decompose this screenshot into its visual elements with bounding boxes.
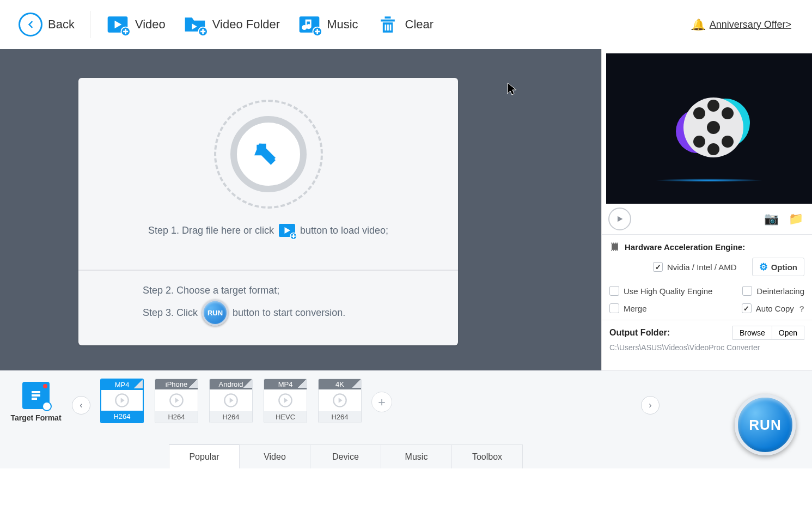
drop-ring-inner bbox=[230, 116, 307, 192]
gear-icon: ⚙ bbox=[759, 261, 768, 273]
svg-rect-6 bbox=[387, 25, 389, 31]
step2: Step 2. Choose a target format; bbox=[143, 285, 279, 296]
add-video-button[interactable]: Video bbox=[97, 8, 174, 41]
play-button[interactable] bbox=[608, 208, 631, 230]
format-play-icon bbox=[169, 389, 184, 411]
run-button[interactable]: RUN bbox=[735, 394, 796, 455]
music-add-icon bbox=[297, 13, 321, 36]
svg-rect-8 bbox=[384, 16, 390, 19]
drop-ring-outer bbox=[214, 100, 323, 209]
target-format-button[interactable]: Target Format bbox=[0, 379, 72, 422]
deint-label: Deinterlacing bbox=[756, 287, 804, 296]
drop-zone[interactable]: Step 1. Drag file here or click button t… bbox=[78, 78, 458, 270]
snapshot-button[interactable]: 📷 bbox=[762, 210, 781, 228]
deinterlacing-checkbox[interactable] bbox=[742, 286, 752, 296]
top-toolbar: Back Video Video Folder Music Clear 🔔 An… bbox=[0, 0, 812, 49]
step3-text: Step 3. Click RUN button to start conver… bbox=[143, 300, 442, 326]
format-card-android-h264[interactable]: AndroidH264 bbox=[209, 379, 253, 423]
toolbar-separator bbox=[90, 11, 90, 38]
step1b: button to load video; bbox=[300, 225, 388, 236]
back-arrow-icon bbox=[19, 13, 42, 36]
format-bottom-label: H264 bbox=[319, 411, 361, 423]
add-format-button[interactable]: ＋ bbox=[371, 392, 392, 412]
video-label: Video bbox=[135, 17, 166, 32]
add-music-button[interactable]: Music bbox=[289, 8, 367, 41]
merge-checkbox[interactable] bbox=[609, 303, 619, 313]
mouse-cursor-icon bbox=[506, 82, 517, 99]
step3b: button to start conversion. bbox=[233, 307, 345, 319]
format-bottom-label: H264 bbox=[155, 411, 198, 423]
format-bottom-label: H264 bbox=[210, 411, 252, 423]
format-card-mp4-hevc[interactable]: MP4HEVC bbox=[264, 379, 307, 423]
folder-video-icon bbox=[183, 13, 207, 36]
app-logo-icon bbox=[674, 93, 744, 164]
option-button[interactable]: ⚙Option bbox=[752, 258, 804, 276]
format-scroll-right[interactable]: › bbox=[641, 396, 660, 415]
music-label: Music bbox=[327, 17, 358, 32]
open-folder-button[interactable]: 📁 bbox=[786, 210, 805, 228]
add-video-folder-button[interactable]: Video Folder bbox=[174, 8, 289, 41]
format-scroll-left[interactable]: ‹ bbox=[72, 396, 90, 415]
right-sidebar: 📷 📁 Hardware Acceleration Engine: Nvidia… bbox=[601, 49, 812, 370]
inline-run-icon: RUN bbox=[202, 300, 228, 326]
bell-icon: 🔔 bbox=[692, 18, 705, 31]
inline-video-add-icon bbox=[277, 221, 297, 240]
hw-title: Hardware Acceleration Engine: bbox=[625, 242, 745, 252]
format-card-mp4-h264[interactable]: MP4H264 bbox=[100, 379, 144, 423]
clear-button[interactable]: Clear bbox=[367, 8, 443, 41]
autocopy-help-icon[interactable]: ? bbox=[799, 304, 804, 313]
format-play-icon bbox=[278, 389, 293, 411]
gpu-label: Nvidia / Intel / AMD bbox=[667, 263, 737, 272]
tab-device[interactable]: Device bbox=[310, 444, 381, 468]
target-format-icon bbox=[22, 382, 50, 409]
autocopy-label: Auto Copy bbox=[756, 304, 794, 313]
anniversary-offer-link[interactable]: 🔔 Anniversary Offer> bbox=[692, 18, 802, 31]
open-button[interactable]: Open bbox=[772, 326, 804, 340]
format-card-iphone-h264[interactable]: iPhoneH264 bbox=[155, 379, 198, 423]
back-button[interactable]: Back bbox=[10, 8, 83, 41]
offer-label: Anniversary Offer> bbox=[710, 19, 791, 31]
gpu-checkbox[interactable] bbox=[653, 262, 663, 272]
hw-accel-panel: Hardware Acceleration Engine: Nvidia / I… bbox=[602, 234, 812, 320]
format-bar: Target Format ‹ MP4H264iPhoneH264Android… bbox=[0, 370, 812, 468]
svg-rect-5 bbox=[384, 25, 386, 31]
upload-arrow-icon bbox=[254, 139, 283, 169]
step1a: Step 1. Drag file here or click bbox=[148, 225, 274, 236]
drop-zone-card: Step 1. Drag file here or click button t… bbox=[78, 78, 458, 345]
preview-controls: 📷 📁 bbox=[602, 204, 812, 234]
format-category-tabs: PopularVideoDeviceMusicToolbox bbox=[169, 444, 523, 468]
step3a: Step 3. Click bbox=[143, 307, 198, 319]
trash-icon bbox=[376, 13, 400, 36]
browse-button[interactable]: Browse bbox=[732, 326, 772, 340]
video-add-icon bbox=[106, 13, 130, 36]
autocopy-checkbox[interactable] bbox=[742, 303, 752, 313]
preview-glow bbox=[655, 179, 764, 182]
tab-video[interactable]: Video bbox=[240, 444, 310, 468]
tab-toolbox[interactable]: Toolbox bbox=[452, 444, 523, 468]
steps-panel: Step 2. Choose a target format; Step 3. … bbox=[78, 270, 458, 345]
output-folder-panel: Output Folder: Browse Open C:\Users\ASUS… bbox=[602, 320, 812, 354]
back-label: Back bbox=[48, 17, 75, 32]
format-card-4k-h264[interactable]: 4KH264 bbox=[318, 379, 362, 423]
tab-music[interactable]: Music bbox=[381, 444, 452, 468]
hq-label: Use High Quality Engine bbox=[624, 287, 712, 296]
format-list: MP4H264iPhoneH264AndroidH264MP4HEVC4KH26… bbox=[100, 379, 362, 423]
svg-rect-7 bbox=[389, 25, 391, 31]
output-label: Output Folder: bbox=[609, 328, 670, 338]
hw-header: Hardware Acceleration Engine: bbox=[609, 241, 804, 252]
tab-popular[interactable]: Popular bbox=[169, 444, 240, 468]
format-bottom-label: H264 bbox=[101, 411, 143, 422]
merge-label: Merge bbox=[624, 304, 647, 313]
format-play-icon bbox=[223, 389, 239, 411]
step1-text: Step 1. Drag file here or click button t… bbox=[148, 221, 388, 240]
format-play-icon bbox=[114, 390, 130, 411]
preview-pane bbox=[606, 53, 812, 204]
hq-engine-checkbox[interactable] bbox=[609, 286, 619, 296]
output-path: C:\Users\ASUS\Videos\VideoProc Converter bbox=[609, 343, 804, 352]
video-folder-label: Video Folder bbox=[212, 17, 280, 32]
format-play-icon bbox=[332, 389, 347, 411]
format-bottom-label: HEVC bbox=[264, 411, 307, 423]
step2-text: Step 2. Choose a target format; bbox=[143, 285, 442, 296]
chip-icon bbox=[609, 241, 620, 252]
option-label: Option bbox=[771, 263, 797, 272]
